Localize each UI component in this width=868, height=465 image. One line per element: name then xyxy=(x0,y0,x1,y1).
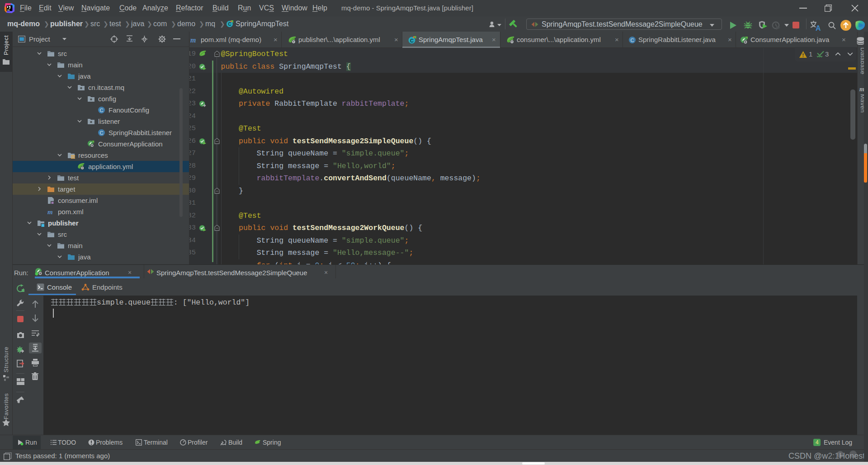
svg-text:C: C xyxy=(228,22,231,27)
svg-text:C: C xyxy=(410,38,414,43)
svg-text:m: m xyxy=(190,36,196,44)
svg-text:C: C xyxy=(100,108,104,113)
svg-text:C: C xyxy=(100,130,104,136)
svg-text:m: m xyxy=(47,208,53,216)
svg-text:C: C xyxy=(631,38,634,43)
svg-text:A: A xyxy=(816,24,821,31)
